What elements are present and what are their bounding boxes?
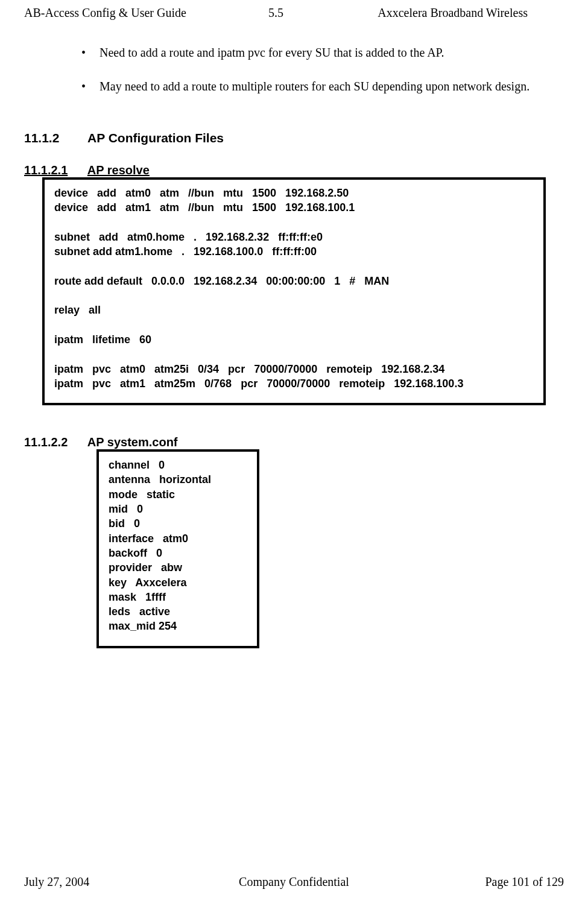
section-number: 11.1.2.2 [24,435,84,449]
bullet-marker: • [81,78,100,95]
bullet-text: May need to add a route to multiple rout… [100,78,558,95]
page-footer: July 27, 2004 Company Confidential Page … [24,875,564,889]
footer-date: July 27, 2004 [24,875,204,889]
section-title: AP Configuration Files [87,131,224,145]
section-title: AP system.conf [87,435,178,449]
ap-system-conf-box: channel 0 antenna horizontal mode static… [96,449,259,648]
page-header: AB-Access Config & User Guide 5.5 Axxcel… [24,6,564,20]
bullet-text: Need to add a route and ipatm pvc for ev… [100,44,558,61]
ap-resolve-config-box: device add atm0 atm //bun mtu 1500 192.1… [42,177,546,405]
section-heading-11-1-2: 11.1.2 AP Configuration Files [24,131,564,145]
header-right: Axxcelera Broadband Wireless [308,6,564,20]
section-number: 11.1.2 [24,131,84,145]
section-number: 11.1.2.1 [24,163,84,177]
bullet-item: • May need to add a route to multiple ro… [81,78,558,95]
section-heading-11-1-2-1: 11.1.2.1 AP resolve [24,163,564,177]
footer-page-number: Page 101 of 129 [384,875,564,889]
bullet-marker: • [81,44,100,61]
header-left: AB-Access Config & User Guide [24,6,244,20]
bullet-list: • Need to add a route and ipatm pvc for … [81,44,558,95]
bullet-item: • Need to add a route and ipatm pvc for … [81,44,558,61]
header-center: 5.5 [244,6,308,20]
section-heading-11-1-2-2: 11.1.2.2 AP system.conf [24,435,564,449]
section-title: AP resolve [87,163,150,177]
footer-confidential: Company Confidential [204,875,384,889]
